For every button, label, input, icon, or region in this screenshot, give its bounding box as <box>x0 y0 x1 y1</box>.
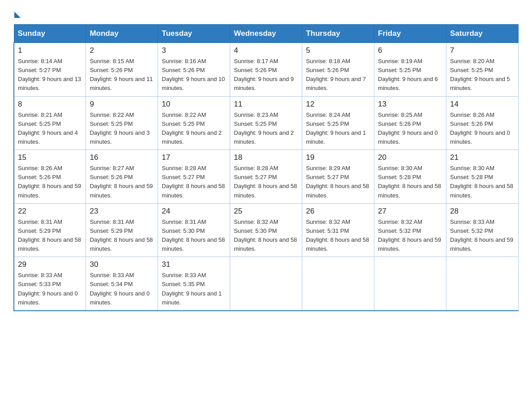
day-info: Sunrise: 8:23 AMSunset: 5:25 PMDaylight:… <box>234 111 298 147</box>
day-number: 15 <box>18 153 82 162</box>
day-number: 26 <box>306 207 370 216</box>
calendar-cell: 26 Sunrise: 8:32 AMSunset: 5:31 PMDaylig… <box>302 203 374 257</box>
calendar-cell: 23 Sunrise: 8:31 AMSunset: 5:29 PMDaylig… <box>86 203 158 257</box>
day-info: Sunrise: 8:32 AMSunset: 5:30 PMDaylight:… <box>234 218 298 254</box>
day-number: 14 <box>450 100 515 109</box>
calendar-cell: 12 Sunrise: 8:24 AMSunset: 5:25 PMDaylig… <box>302 96 374 150</box>
day-info: Sunrise: 8:21 AMSunset: 5:25 PMDaylight:… <box>18 111 82 147</box>
day-number: 12 <box>306 100 370 109</box>
calendar-cell: 9 Sunrise: 8:22 AMSunset: 5:25 PMDayligh… <box>86 96 158 150</box>
day-info: Sunrise: 8:15 AMSunset: 5:26 PMDaylight:… <box>90 57 154 93</box>
day-number: 18 <box>234 153 298 162</box>
header-friday: Friday <box>374 25 446 43</box>
logo <box>13 9 21 16</box>
day-info: Sunrise: 8:33 AMSunset: 5:35 PMDaylight:… <box>162 271 226 307</box>
day-number: 13 <box>378 100 442 109</box>
day-number: 11 <box>234 100 298 109</box>
header-saturday: Saturday <box>446 25 519 43</box>
day-info: Sunrise: 8:18 AMSunset: 5:26 PMDaylight:… <box>306 57 370 93</box>
calendar-cell <box>302 257 374 311</box>
calendar-cell: 29 Sunrise: 8:33 AMSunset: 5:33 PMDaylig… <box>14 257 86 311</box>
day-info: Sunrise: 8:32 AMSunset: 5:32 PMDaylight:… <box>378 218 442 254</box>
calendar-cell: 15 Sunrise: 8:26 AMSunset: 5:26 PMDaylig… <box>14 150 86 204</box>
day-number: 21 <box>450 153 515 162</box>
day-number: 7 <box>450 46 515 55</box>
day-number: 27 <box>378 207 442 216</box>
day-info: Sunrise: 8:24 AMSunset: 5:25 PMDaylight:… <box>306 111 370 147</box>
day-number: 3 <box>162 46 226 55</box>
day-info: Sunrise: 8:14 AMSunset: 5:27 PMDaylight:… <box>18 57 82 93</box>
calendar-week-5: 29 Sunrise: 8:33 AMSunset: 5:33 PMDaylig… <box>14 257 519 311</box>
calendar-cell: 8 Sunrise: 8:21 AMSunset: 5:25 PMDayligh… <box>14 96 86 150</box>
calendar-cell: 11 Sunrise: 8:23 AMSunset: 5:25 PMDaylig… <box>230 96 302 150</box>
day-number: 1 <box>18 46 82 55</box>
calendar-cell: 30 Sunrise: 8:33 AMSunset: 5:34 PMDaylig… <box>86 257 158 311</box>
page-header <box>13 9 519 16</box>
calendar-cell: 17 Sunrise: 8:28 AMSunset: 5:27 PMDaylig… <box>158 150 230 204</box>
day-number: 4 <box>234 46 298 55</box>
day-info: Sunrise: 8:26 AMSunset: 5:26 PMDaylight:… <box>18 164 82 200</box>
header-wednesday: Wednesday <box>230 25 302 43</box>
day-number: 16 <box>90 153 154 162</box>
day-number: 30 <box>90 260 154 269</box>
header-monday: Monday <box>86 25 158 43</box>
header-thursday: Thursday <box>302 25 374 43</box>
calendar-cell: 1 Sunrise: 8:14 AMSunset: 5:27 PMDayligh… <box>14 43 86 97</box>
day-number: 19 <box>306 153 370 162</box>
calendar-table: SundayMondayTuesdayWednesdayThursdayFrid… <box>13 24 519 311</box>
day-number: 25 <box>234 207 298 216</box>
calendar-cell: 25 Sunrise: 8:32 AMSunset: 5:30 PMDaylig… <box>230 203 302 257</box>
day-info: Sunrise: 8:30 AMSunset: 5:28 PMDaylight:… <box>378 164 442 200</box>
day-info: Sunrise: 8:28 AMSunset: 5:27 PMDaylight:… <box>162 164 226 200</box>
calendar-cell: 16 Sunrise: 8:27 AMSunset: 5:26 PMDaylig… <box>86 150 158 204</box>
calendar-cell: 22 Sunrise: 8:31 AMSunset: 5:29 PMDaylig… <box>14 203 86 257</box>
calendar-cell: 20 Sunrise: 8:30 AMSunset: 5:28 PMDaylig… <box>374 150 446 204</box>
day-info: Sunrise: 8:27 AMSunset: 5:26 PMDaylight:… <box>90 164 154 200</box>
calendar-week-2: 8 Sunrise: 8:21 AMSunset: 5:25 PMDayligh… <box>14 96 519 150</box>
day-number: 9 <box>90 100 154 109</box>
day-info: Sunrise: 8:31 AMSunset: 5:29 PMDaylight:… <box>18 218 82 254</box>
header-sunday: Sunday <box>14 25 86 43</box>
day-number: 23 <box>90 207 154 216</box>
day-number: 31 <box>162 260 226 269</box>
day-info: Sunrise: 8:33 AMSunset: 5:32 PMDaylight:… <box>450 218 515 254</box>
calendar-header-row: SundayMondayTuesdayWednesdayThursdayFrid… <box>14 25 519 43</box>
day-number: 24 <box>162 207 226 216</box>
day-number: 20 <box>378 153 442 162</box>
day-number: 22 <box>18 207 82 216</box>
calendar-cell: 6 Sunrise: 8:19 AMSunset: 5:25 PMDayligh… <box>374 43 446 97</box>
day-info: Sunrise: 8:28 AMSunset: 5:27 PMDaylight:… <box>234 164 298 200</box>
day-number: 5 <box>306 46 370 55</box>
calendar-cell <box>446 257 519 311</box>
day-number: 2 <box>90 46 154 55</box>
day-info: Sunrise: 8:17 AMSunset: 5:26 PMDaylight:… <box>234 57 298 93</box>
calendar-week-4: 22 Sunrise: 8:31 AMSunset: 5:29 PMDaylig… <box>14 203 519 257</box>
calendar-cell: 14 Sunrise: 8:26 AMSunset: 5:26 PMDaylig… <box>446 96 519 150</box>
calendar-week-1: 1 Sunrise: 8:14 AMSunset: 5:27 PMDayligh… <box>14 43 519 97</box>
day-info: Sunrise: 8:22 AMSunset: 5:25 PMDaylight:… <box>162 111 226 147</box>
calendar-cell: 27 Sunrise: 8:32 AMSunset: 5:32 PMDaylig… <box>374 203 446 257</box>
calendar-cell: 18 Sunrise: 8:28 AMSunset: 5:27 PMDaylig… <box>230 150 302 204</box>
calendar-cell: 10 Sunrise: 8:22 AMSunset: 5:25 PMDaylig… <box>158 96 230 150</box>
day-info: Sunrise: 8:31 AMSunset: 5:29 PMDaylight:… <box>90 218 154 254</box>
calendar-cell: 28 Sunrise: 8:33 AMSunset: 5:32 PMDaylig… <box>446 203 519 257</box>
calendar-cell: 31 Sunrise: 8:33 AMSunset: 5:35 PMDaylig… <box>158 257 230 311</box>
day-number: 17 <box>162 153 226 162</box>
day-info: Sunrise: 8:30 AMSunset: 5:28 PMDaylight:… <box>450 164 515 200</box>
calendar-cell: 13 Sunrise: 8:25 AMSunset: 5:26 PMDaylig… <box>374 96 446 150</box>
day-info: Sunrise: 8:20 AMSunset: 5:25 PMDaylight:… <box>450 57 515 93</box>
calendar-cell <box>374 257 446 311</box>
day-info: Sunrise: 8:33 AMSunset: 5:34 PMDaylight:… <box>90 271 154 307</box>
day-info: Sunrise: 8:31 AMSunset: 5:30 PMDaylight:… <box>162 218 226 254</box>
calendar-cell: 19 Sunrise: 8:29 AMSunset: 5:27 PMDaylig… <box>302 150 374 204</box>
day-number: 28 <box>450 207 515 216</box>
calendar-cell: 21 Sunrise: 8:30 AMSunset: 5:28 PMDaylig… <box>446 150 519 204</box>
calendar-cell: 7 Sunrise: 8:20 AMSunset: 5:25 PMDayligh… <box>446 43 519 97</box>
day-number: 8 <box>18 100 82 109</box>
calendar-cell: 4 Sunrise: 8:17 AMSunset: 5:26 PMDayligh… <box>230 43 302 97</box>
calendar-week-3: 15 Sunrise: 8:26 AMSunset: 5:26 PMDaylig… <box>14 150 519 204</box>
header-tuesday: Tuesday <box>158 25 230 43</box>
day-info: Sunrise: 8:22 AMSunset: 5:25 PMDaylight:… <box>90 111 154 147</box>
day-info: Sunrise: 8:16 AMSunset: 5:26 PMDaylight:… <box>162 57 226 93</box>
calendar-cell <box>230 257 302 311</box>
